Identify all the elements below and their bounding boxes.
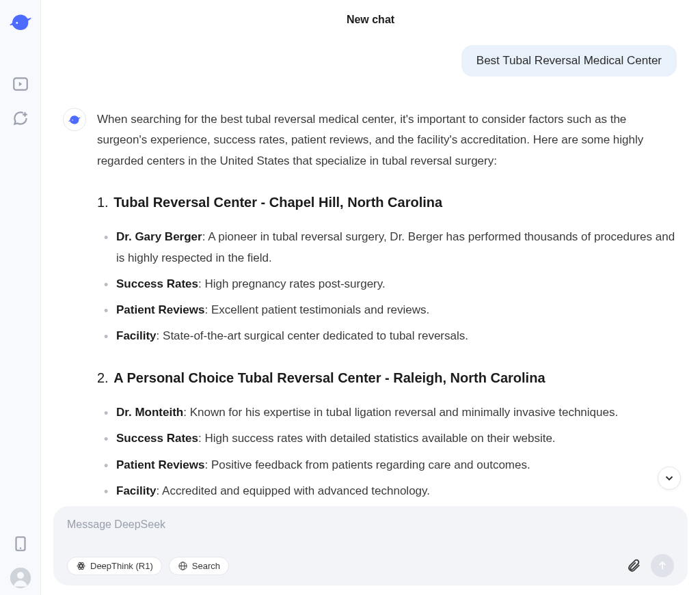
sidebar: [0, 0, 41, 595]
chat-inner: Best Tubal Reversal Medical Center When …: [63, 45, 678, 501]
input-right: [626, 554, 674, 577]
chat-scroll-area[interactable]: Best Tubal Reversal Medical Center When …: [41, 31, 700, 501]
user-message: Best Tubal Reversal Medical Center: [461, 45, 677, 77]
attach-button[interactable]: [626, 558, 641, 573]
profile-avatar[interactable]: [10, 568, 31, 588]
search-chip-label: Search: [192, 561, 220, 571]
sidebar-top: [8, 10, 33, 127]
scroll-to-bottom-button[interactable]: [658, 467, 681, 490]
sidebar-bottom: [10, 535, 31, 588]
new-chat-icon[interactable]: [12, 109, 29, 127]
mobile-icon[interactable]: [12, 535, 29, 553]
section-list: Dr. Gary Berger: A pioneer in tubal reve…: [97, 227, 678, 346]
main: New chat Best Tubal Reversal Medical Cen…: [41, 0, 700, 595]
input-box: DeepThink (R1) Search: [53, 506, 688, 585]
svg-point-4: [17, 572, 24, 579]
assistant-intro: When searching for the best tubal revers…: [97, 109, 678, 171]
send-button[interactable]: [651, 554, 674, 577]
section-list: Dr. Monteith: Known for his expertise in…: [97, 402, 678, 501]
list-item: Success Rates: High success rates with d…: [116, 428, 678, 449]
assistant-row: When searching for the best tubal revers…: [63, 108, 678, 501]
page-title: New chat: [41, 0, 700, 31]
collapse-sidebar-icon[interactable]: [12, 75, 29, 93]
section-heading: 2. A Personal Choice Tubal Reversal Cent…: [97, 366, 678, 391]
section-heading: 1. Tubal Reversal Center - Chapel Hill, …: [97, 191, 678, 215]
svg-point-5: [80, 564, 83, 567]
list-item: Dr. Monteith: Known for his expertise in…: [116, 402, 678, 423]
list-item: Patient Reviews: Positive feedback from …: [116, 455, 678, 475]
deepthink-chip-label: DeepThink (R1): [90, 561, 153, 571]
input-area: DeepThink (R1) Search: [41, 501, 700, 595]
list-item: Facility: State-of-the-art surgical cent…: [116, 326, 678, 346]
assistant-section: 2. A Personal Choice Tubal Reversal Cent…: [97, 366, 678, 501]
input-controls: DeepThink (R1) Search: [67, 554, 674, 577]
list-item: Facility: Accredited and equipped with a…: [116, 481, 678, 501]
list-item: Patient Reviews: Excellent patient testi…: [116, 300, 678, 320]
message-input[interactable]: [67, 518, 674, 534]
whale-logo-icon[interactable]: [8, 10, 33, 34]
assistant-avatar: [63, 108, 86, 131]
list-item: Dr. Gary Berger: A pioneer in tubal reve…: [116, 227, 678, 268]
assistant-section: 1. Tubal Reversal Center - Chapel Hill, …: [97, 191, 678, 347]
list-item: Success Rates: High pregnancy rates post…: [116, 274, 678, 294]
search-chip[interactable]: Search: [169, 557, 229, 575]
user-message-row: Best Tubal Reversal Medical Center: [63, 45, 678, 77]
deepthink-chip[interactable]: DeepThink (R1): [67, 557, 162, 575]
assistant-content: When searching for the best tubal revers…: [97, 108, 678, 501]
